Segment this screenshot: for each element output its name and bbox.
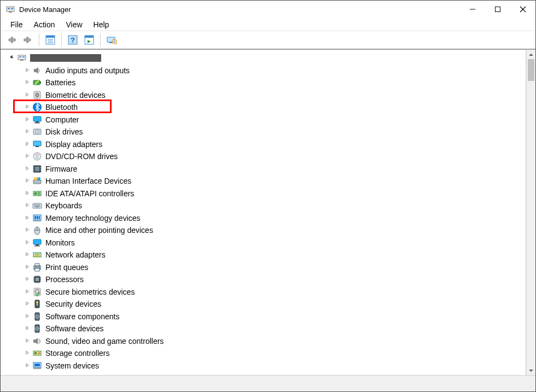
tree-category-row[interactable]: DVD/CD-ROM drives — [1, 150, 526, 163]
menu-action[interactable]: Action — [28, 19, 61, 30]
expand-icon[interactable] — [24, 350, 31, 356]
svg-rect-11 — [46, 36, 55, 38]
tree-category-label: Biometric devices — [45, 91, 106, 100]
expand-icon[interactable] — [24, 67, 31, 74]
monitor-icon — [32, 115, 42, 125]
system-icon — [32, 361, 42, 371]
tree-category-label: Audio inputs and outputs — [45, 66, 130, 75]
tree-category-label: Storage controllers — [45, 349, 110, 358]
tree-category-row[interactable]: Batteries — [1, 77, 526, 89]
expand-icon[interactable] — [24, 104, 31, 110]
expand-icon[interactable] — [24, 362, 31, 369]
menu-file[interactable]: File — [5, 19, 28, 30]
mouse-icon — [32, 225, 42, 235]
tree-category-label: Secure biometrics devices — [45, 288, 135, 296]
collapse-icon[interactable] — [8, 55, 16, 61]
device-manager-window: Device Manager File Action View Help — [0, 0, 536, 392]
svg-rect-25 — [22, 56, 25, 57]
tree-category-row[interactable]: Processors — [1, 273, 526, 286]
back-button[interactable] — [4, 32, 19, 48]
tree-category-row[interactable]: Monitors — [1, 237, 526, 249]
toolbar-separator — [100, 33, 101, 46]
disk-icon — [32, 127, 42, 137]
expand-icon[interactable] — [24, 166, 31, 172]
expand-icon[interactable] — [24, 264, 31, 271]
expand-icon[interactable] — [24, 313, 31, 320]
tree-category-row[interactable]: Network adapters — [1, 249, 526, 261]
tree-category-row[interactable]: Storage controllers — [1, 347, 526, 360]
tree-root-row[interactable] — [1, 52, 526, 65]
help-button[interactable]: ? — [65, 32, 80, 48]
scroll-up-arrow[interactable] — [527, 50, 535, 59]
forward-button[interactable] — [20, 32, 36, 48]
expand-icon[interactable] — [24, 338, 31, 344]
tree-category-row[interactable]: Software devices — [1, 323, 526, 335]
tree-category-row[interactable]: Audio inputs and outputs — [1, 65, 526, 77]
menubar: File Action View Help — [1, 18, 535, 31]
tree-category-row[interactable]: Human Interface Devices — [1, 175, 526, 188]
expand-icon[interactable] — [24, 116, 31, 123]
minimize-button[interactable] — [460, 1, 485, 18]
close-button[interactable] — [510, 1, 535, 18]
battery-icon — [32, 78, 42, 87]
tree-category-row[interactable]: System devices — [1, 360, 526, 372]
scroll-thumb[interactable] — [528, 59, 534, 81]
tree-category-label: IDE ATA/ATAPI controllers — [45, 189, 134, 198]
expand-icon[interactable] — [24, 325, 31, 332]
scroll-down-arrow[interactable] — [527, 366, 535, 375]
toolbar: ? — [1, 31, 535, 50]
expand-icon[interactable] — [24, 239, 31, 246]
expand-icon[interactable] — [24, 251, 31, 258]
tree-category-row[interactable]: Secure biometrics devices — [1, 286, 526, 299]
tree-category-row[interactable]: Bluetooth — [1, 101, 526, 114]
tree-category-row[interactable]: Keyboards — [1, 200, 526, 212]
vertical-scrollbar[interactable] — [526, 50, 535, 375]
scroll-track[interactable] — [527, 59, 535, 366]
tree-category-row[interactable]: Sound, video and game controllers — [1, 335, 526, 348]
expand-icon[interactable] — [24, 276, 31, 283]
tree-category-row[interactable]: Mice and other pointing devices — [1, 224, 526, 237]
tree-category-label: Mice and other pointing devices — [45, 226, 153, 235]
expand-icon[interactable] — [24, 190, 31, 197]
expand-icon[interactable] — [24, 289, 31, 295]
expand-icon[interactable] — [24, 79, 31, 86]
tree-category-label: Human Interface Devices — [45, 177, 131, 185]
menu-view[interactable]: View — [60, 19, 88, 30]
expand-icon[interactable] — [24, 92, 31, 98]
device-tree[interactable]: Audio inputs and outputsBatteriesBiometr… — [1, 50, 526, 375]
dvd-icon — [32, 151, 42, 161]
secure-bio-icon — [32, 287, 42, 297]
expand-icon[interactable] — [24, 227, 31, 233]
tree-category-row[interactable]: Security devices — [1, 298, 526, 311]
svg-rect-18 — [85, 36, 94, 38]
tree-category-row[interactable]: Biometric devices — [1, 89, 526, 102]
action-button[interactable] — [81, 32, 97, 48]
expand-icon[interactable] — [24, 202, 31, 209]
expand-icon[interactable] — [24, 128, 31, 135]
tree-category-row[interactable]: IDE ATA/ATAPI controllers — [1, 188, 526, 200]
tree-category-label: Software components — [45, 312, 119, 321]
tree-category-row[interactable]: Computer — [1, 114, 526, 126]
tree-category-label: Computer — [45, 115, 79, 124]
tree-category-row[interactable]: Memory technology devices — [1, 212, 526, 225]
display-icon — [32, 139, 42, 149]
expand-icon[interactable] — [24, 153, 31, 160]
menu-help[interactable]: Help — [88, 19, 115, 30]
tree-category-row[interactable]: Print queues — [1, 261, 526, 274]
expand-icon[interactable] — [24, 141, 31, 148]
expand-icon[interactable] — [24, 215, 31, 221]
tree-category-row[interactable]: Display adapters — [1, 138, 526, 151]
show-hide-console-tree-button[interactable] — [43, 32, 58, 48]
maximize-button[interactable] — [485, 1, 510, 18]
keyboard-icon — [32, 201, 42, 210]
tree-category-row[interactable]: Firmware — [1, 163, 526, 175]
tree-category-row[interactable]: Disk drives — [1, 126, 526, 138]
printer-icon — [32, 262, 42, 272]
tree-category-label: Keyboards — [45, 201, 82, 210]
tree-category-row[interactable]: Software components — [1, 311, 526, 323]
expand-icon[interactable] — [24, 178, 31, 184]
expand-icon[interactable] — [24, 301, 31, 307]
tree-category-label: Batteries — [45, 78, 75, 87]
scan-hardware-button[interactable] — [104, 32, 119, 48]
tree-category-label: Firmware — [45, 165, 77, 173]
